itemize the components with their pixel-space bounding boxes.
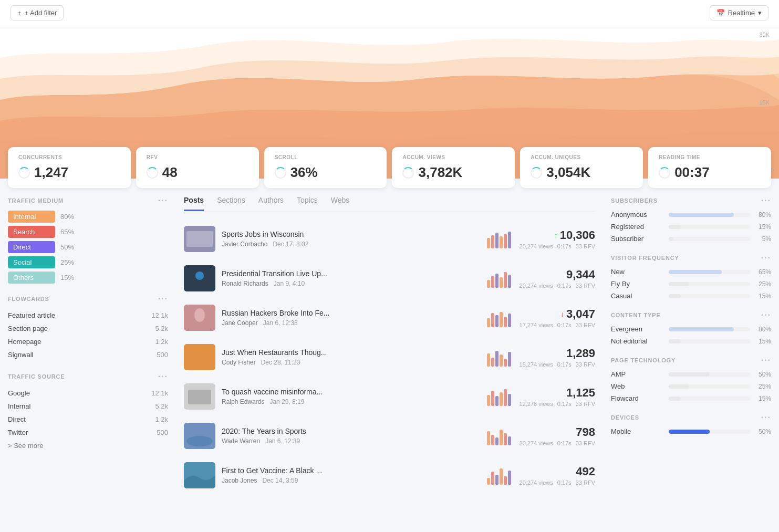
- post-thumb: [184, 305, 215, 331]
- svg-rect-16: [508, 275, 511, 288]
- post-item: Russian Hackers Broke Into Fe... Jane Co…: [184, 298, 595, 338]
- bar-row-search: Search 65%: [8, 226, 168, 238]
- topbar: + + Add filter 📅 Realtime ▾: [0, 0, 779, 26]
- flow-row-signwall: Signwall 500: [8, 348, 168, 361]
- post-time: 0:17s: [557, 283, 572, 289]
- ct-evergreen-label: Evergreen: [611, 325, 663, 333]
- tab-posts[interactable]: Posts: [184, 196, 204, 211]
- content-type-more[interactable]: ···: [761, 310, 771, 320]
- pt-flowcard-bar-bg: [669, 397, 750, 401]
- post-mini-chart: [487, 269, 513, 288]
- post-stats: 798 20,274 views 0:17s 33 RFV: [520, 425, 595, 446]
- post-date: Jan 29, 8:19: [266, 398, 305, 405]
- stat-scroll-label: SCROLL: [275, 154, 377, 160]
- traffic-source-more[interactable]: ···: [158, 372, 168, 381]
- source-internal-label: Internal: [8, 402, 30, 410]
- post-item: Presidential Transition Live Up... Ronal…: [184, 259, 595, 298]
- bar-pct-social: 25%: [60, 258, 74, 266]
- post-views: 20,274 views: [520, 479, 553, 486]
- post-views: 12,278 views: [520, 401, 553, 407]
- post-time: 0:17s: [557, 243, 572, 249]
- right-sidebar: SUBSCRIBERS ··· Anonymous 80% Registered…: [603, 196, 771, 495]
- vf-casual-bar-fill: [669, 294, 681, 298]
- pt-flowcard-label: Flowcard: [611, 394, 663, 402]
- post-author: Wade Warren: [222, 437, 260, 445]
- svg-rect-35: [491, 391, 494, 406]
- vf-new-bar-fill: [669, 270, 722, 274]
- svg-rect-3: [487, 238, 490, 248]
- svg-rect-53: [504, 476, 507, 485]
- post-info: Just When Restaurants Thoug... Cody Fish…: [222, 348, 481, 366]
- post-stats: 1,289 15,274 views 0:17s 33 RFV: [520, 347, 595, 368]
- stat-reading-time-label: READING TIME: [659, 154, 761, 160]
- post-title: Russian Hackers Broke Into Fe...: [222, 309, 481, 317]
- post-date: Dec 14, 3:59: [259, 477, 298, 484]
- post-title: Presidential Transition Live Up...: [222, 269, 481, 278]
- tab-authors[interactable]: Authors: [258, 196, 284, 211]
- flow-section-label: Section page: [8, 325, 48, 332]
- ct-evergreen-pct: 80%: [755, 326, 771, 333]
- stat-rfv-label: RFV: [147, 154, 248, 160]
- tab-sections[interactable]: Sections: [217, 196, 245, 211]
- traffic-medium-label: TRAFFIC MEDIUM: [8, 197, 64, 204]
- sub-registered-bar-fill: [669, 225, 681, 229]
- source-row-direct: Direct 1.2k: [8, 413, 168, 426]
- pt-web-bar-bg: [669, 384, 750, 389]
- dev-mobile-pct: 50%: [755, 428, 771, 435]
- flow-signwall-val: 500: [157, 351, 168, 359]
- realtime-button[interactable]: 📅 Realtime ▾: [710, 5, 768, 20]
- post-item: 2020: The Years in Sports Wade Warren Ja…: [184, 416, 595, 456]
- subscribers-more[interactable]: ···: [761, 196, 771, 205]
- pt-web-pct: 25%: [755, 383, 771, 390]
- stat-accum-views-label: ACCUM. VIEWS: [402, 154, 504, 160]
- svg-rect-7: [504, 234, 507, 248]
- svg-rect-28: [495, 351, 498, 367]
- source-direct-val: 1.2k: [155, 415, 168, 423]
- post-author: Cody Fisher: [222, 359, 256, 366]
- source-direct-label: Direct: [8, 415, 26, 423]
- concurrents-spinner: [18, 167, 30, 179]
- svg-rect-42: [487, 431, 490, 445]
- post-rfv: 33 RFV: [576, 361, 595, 368]
- svg-rect-5: [495, 233, 498, 248]
- stat-rfv: RFV 48: [136, 147, 259, 188]
- chart-y-top: 30K: [759, 32, 774, 38]
- page-technology-more[interactable]: ···: [761, 356, 771, 365]
- arrow-down-icon: ↓: [560, 310, 564, 318]
- tab-topics[interactable]: Topics: [297, 196, 318, 211]
- post-stats: 9,344 20,274 views 0:17s 33 RFV: [520, 268, 595, 289]
- post-time: 0:17s: [557, 401, 572, 407]
- svg-point-10: [195, 272, 204, 280]
- post-rfv: 33 RFV: [576, 322, 595, 328]
- traffic-medium-more[interactable]: ···: [158, 196, 168, 205]
- bar-label-direct: Direct: [8, 241, 55, 253]
- visitor-frequency-more[interactable]: ···: [761, 253, 771, 263]
- pt-row-amp: AMP 50%: [611, 370, 771, 378]
- tab-webs[interactable]: Webs: [331, 196, 350, 211]
- post-meta: Jane Cooper Jan 6, 12:38: [222, 319, 481, 327]
- devices-more[interactable]: ···: [761, 413, 771, 422]
- ct-evergreen-bar-bg: [669, 327, 750, 331]
- svg-rect-46: [504, 433, 507, 445]
- sub-row-anonymous: Anonymous 80%: [611, 211, 771, 218]
- flow-homepage-label: Homepage: [8, 338, 41, 346]
- dev-mobile-bar-bg: [669, 430, 750, 434]
- chart-y-mid: 15K: [759, 99, 774, 106]
- bar-row-social: Social 25%: [8, 256, 168, 268]
- svg-rect-19: [487, 318, 490, 327]
- source-google-label: Google: [8, 389, 30, 397]
- post-title: First to Get Vaccine: A Black ...: [222, 466, 481, 475]
- stat-accum-views-value: 3,782K: [402, 164, 504, 181]
- post-thumb: [184, 226, 215, 252]
- post-meta: Jacob Jones Dec 14, 3:59: [222, 477, 481, 484]
- svg-rect-45: [500, 430, 503, 445]
- add-filter-button[interactable]: + + Add filter: [11, 5, 64, 20]
- post-stats: ↓ 3,047 17,274 views 0:17s 33 RFV: [520, 307, 595, 328]
- bar-pct-search: 65%: [60, 228, 74, 236]
- see-more-button[interactable]: > See more: [8, 442, 168, 450]
- flowcards-more[interactable]: ···: [158, 294, 168, 304]
- post-info: First to Get Vaccine: A Black ... Jacob …: [222, 466, 481, 484]
- sub-anonymous-bar-bg: [669, 213, 750, 217]
- post-time: 0:17s: [557, 440, 572, 446]
- post-main-value: ↑ 10,306: [520, 228, 595, 242]
